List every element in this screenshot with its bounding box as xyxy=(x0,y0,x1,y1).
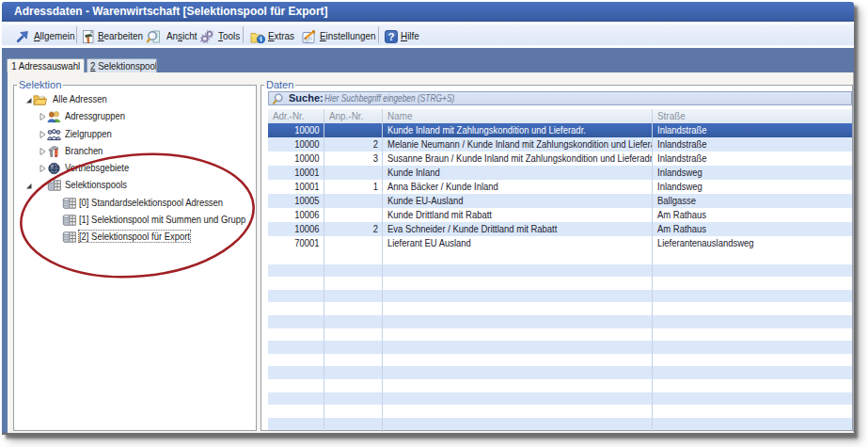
svg-text:?: ? xyxy=(388,31,395,42)
